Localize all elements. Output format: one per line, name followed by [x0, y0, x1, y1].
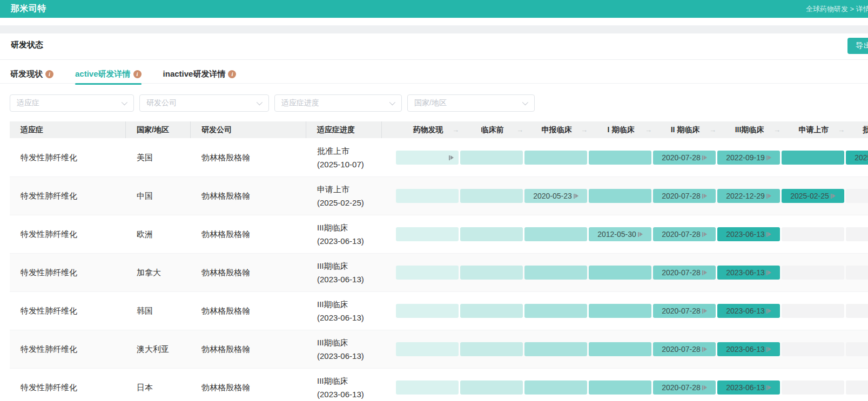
- phase-segment[interactable]: [460, 227, 523, 241]
- table-body: 特发性肺纤维化 美国 勃林格殷格翰 批准上市 (2025-10-07) 2020…: [10, 139, 868, 401]
- phase-segment[interactable]: [396, 342, 459, 356]
- phase-segment[interactable]: [460, 189, 523, 203]
- phase-segment[interactable]: [524, 342, 587, 356]
- step-forward-icon: [702, 194, 707, 199]
- phase-segment[interactable]: [589, 266, 651, 280]
- export-button[interactable]: 导出: [847, 38, 868, 54]
- phase-segment[interactable]: 2025-10-07: [846, 151, 868, 165]
- phase-segment[interactable]: 2022-09-19: [717, 151, 780, 165]
- cell-indication: 特发性肺纤维化: [10, 383, 126, 393]
- phase-segment[interactable]: 2025-02-25: [782, 189, 844, 203]
- phase-segment[interactable]: 2020-07-28: [653, 304, 716, 318]
- tab-label: 研发现状: [10, 69, 43, 79]
- rd-status-card: 研发状态 导出 研发现状 i active研发详情 i inactive研发详情…: [0, 33, 868, 401]
- progress-phase: 批准上市: [317, 144, 382, 158]
- table-row: 特发性肺纤维化 中国 勃林格殷格翰 申请上市 (2025-02-25) 2020…: [10, 177, 868, 215]
- phase-timeline: 2020-07-282023-06-13: [382, 380, 868, 395]
- phase-segment[interactable]: 2020-07-28: [653, 380, 716, 395]
- cell-company: 勃林格殷格翰: [191, 153, 306, 163]
- phase-segment[interactable]: [396, 304, 459, 318]
- phase-segment[interactable]: 2012-05-30: [589, 227, 651, 241]
- phase-segment[interactable]: [589, 380, 651, 395]
- table-header: 适应症 国家/地区 研发公司 适应症进度 药物发现→临床前→申报临床→I 期临床…: [10, 121, 868, 138]
- arrow-right-icon: →: [709, 126, 716, 134]
- phase-column-header: 批准上市→: [846, 125, 868, 135]
- phase-segment[interactable]: [524, 304, 587, 318]
- progress-date: (2025-02-25): [317, 196, 382, 209]
- phase-segment[interactable]: [524, 266, 587, 280]
- cell-company: 勃林格殷格翰: [191, 344, 306, 355]
- arrow-right-icon: →: [773, 126, 780, 134]
- phase-segment[interactable]: 2022-12-29: [717, 189, 780, 203]
- phase-segment[interactable]: [460, 380, 523, 395]
- phase-segment[interactable]: [589, 304, 651, 318]
- phase-segment[interactable]: [589, 342, 651, 356]
- phase-segment[interactable]: [396, 189, 459, 203]
- phase-segment[interactable]: [396, 151, 459, 165]
- arrow-right-icon: →: [645, 126, 652, 134]
- phase-segment[interactable]: 2020-05-23: [524, 189, 587, 203]
- phase-date: 2020-07-28: [662, 230, 701, 239]
- cell-company: 勃林格殷格翰: [191, 306, 306, 316]
- phase-segment[interactable]: 2020-07-28: [653, 189, 716, 203]
- breadcrumb[interactable]: 全球药物研发 > 详情: [806, 0, 868, 18]
- phase-segment[interactable]: [396, 227, 459, 241]
- step-forward-icon: [702, 155, 707, 160]
- filter-company[interactable]: 研发公司: [139, 94, 269, 112]
- cell-company: 勃林格殷格翰: [191, 383, 306, 393]
- progress-date: (2023-06-13): [317, 388, 382, 401]
- phase-segment[interactable]: [396, 380, 459, 395]
- phase-date: 2020-05-23: [533, 192, 572, 200]
- phase-segment[interactable]: 2020-07-28: [653, 342, 716, 356]
- filter-indication-progress[interactable]: 适应症进度: [274, 94, 402, 112]
- phase-segment[interactable]: [460, 304, 523, 318]
- cell-indication: 特发性肺纤维化: [10, 344, 126, 355]
- phase-segment: [846, 266, 868, 280]
- phase-segment[interactable]: 2023-06-13: [717, 227, 780, 241]
- progress-date: (2023-06-13): [317, 311, 382, 324]
- phase-segment[interactable]: 2023-06-13: [717, 342, 780, 356]
- phase-segment[interactable]: [589, 151, 651, 165]
- progress-phase: III期临床: [317, 297, 382, 311]
- phase-segment[interactable]: [524, 151, 587, 165]
- filter-placeholder: 适应症进度: [281, 98, 319, 108]
- tab-label: inactive研发详情: [163, 69, 226, 79]
- phase-column-header: 临床前→: [460, 125, 524, 135]
- progress-date: (2023-06-13): [317, 234, 382, 248]
- filter-indication[interactable]: 适应症: [10, 94, 134, 112]
- phase-segment[interactable]: [396, 266, 459, 280]
- phase-segment[interactable]: [524, 227, 587, 241]
- step-forward-icon: [574, 194, 578, 199]
- cell-indication: 特发性肺纤维化: [10, 229, 126, 240]
- tab-inactive-rd-detail[interactable]: inactive研发详情 i: [163, 65, 237, 84]
- step-forward-icon: [702, 309, 707, 314]
- cell-region: 美国: [126, 153, 191, 163]
- step-forward-icon: [766, 270, 771, 275]
- phase-segment[interactable]: [460, 342, 523, 356]
- info-icon[interactable]: i: [228, 70, 236, 78]
- phase-column-label: 药物发现: [413, 125, 443, 135]
- info-icon[interactable]: i: [45, 70, 53, 78]
- phase-segment[interactable]: 2023-06-13: [717, 380, 780, 395]
- tab-active-rd-detail[interactable]: active研发详情 i: [75, 65, 142, 84]
- phase-segment[interactable]: 2020-07-28: [653, 227, 716, 241]
- phase-segment[interactable]: 2020-07-28: [653, 151, 716, 165]
- info-icon[interactable]: i: [133, 70, 142, 78]
- filter-region[interactable]: 国家/地区: [407, 94, 535, 112]
- phase-segment[interactable]: [782, 151, 844, 165]
- phase-segment[interactable]: 2023-06-13: [717, 304, 780, 318]
- phase-segment[interactable]: [589, 189, 651, 203]
- phase-column-label: 申请上市: [799, 125, 829, 135]
- cell-progress: III期临床 (2023-06-13): [306, 259, 382, 286]
- phase-segment: [846, 380, 868, 395]
- phase-segment[interactable]: 2020-07-28: [653, 266, 716, 280]
- drug-title: 那米司特: [11, 3, 46, 15]
- tab-rd-overview[interactable]: 研发现状 i: [10, 65, 53, 84]
- filter-placeholder: 国家/地区: [414, 98, 447, 108]
- step-forward-icon: [702, 232, 707, 237]
- phase-segment[interactable]: [460, 266, 523, 280]
- phase-segment[interactable]: 2023-06-13: [717, 266, 780, 280]
- phase-segment[interactable]: [524, 380, 587, 395]
- phase-column-header: 申请上市→: [782, 125, 846, 135]
- phase-segment[interactable]: [460, 151, 523, 165]
